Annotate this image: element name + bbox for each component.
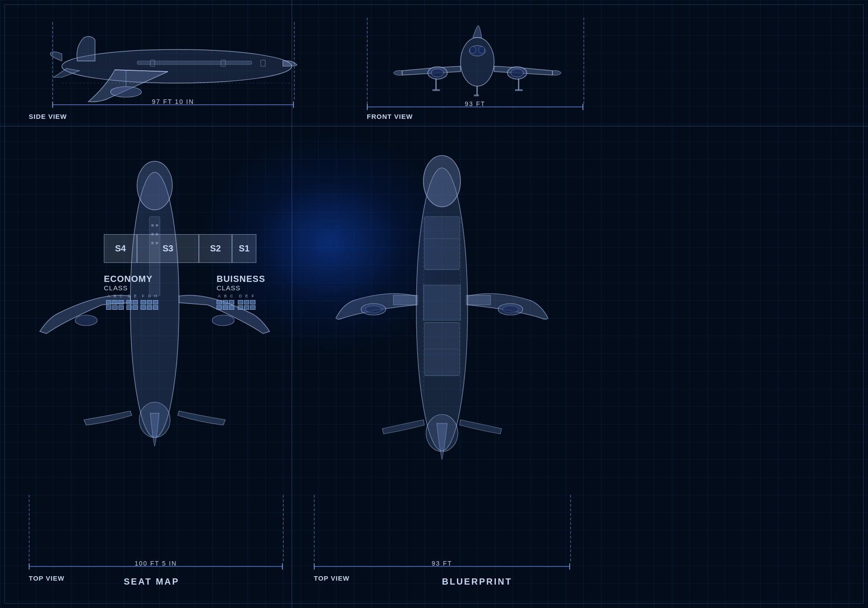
top-view-left-label: TOP VIEW: [29, 574, 65, 582]
top-view-right-airplane: [314, 128, 570, 490]
svg-point-23: [137, 161, 172, 210]
svg-rect-37: [393, 295, 418, 305]
blueprint-label: BLUERPRINT: [442, 577, 512, 587]
dashed-line-front-right: [583, 18, 584, 104]
svg-point-41: [365, 306, 381, 313]
seat-section-s1: S1: [232, 234, 256, 263]
svg-rect-18: [518, 79, 519, 90]
svg-point-25: [75, 315, 97, 326]
top-view-right-dimension-text: 93 FT: [432, 560, 453, 567]
svg-rect-38: [466, 295, 491, 305]
top-view-right-label: TOP VIEW: [314, 574, 350, 582]
svg-point-10: [470, 46, 476, 53]
svg-rect-20: [476, 86, 478, 95]
svg-point-35: [423, 156, 461, 207]
seat-map-label: SEAT MAP: [124, 577, 179, 587]
dashed-line-front-left: [367, 18, 368, 104]
svg-rect-52: [424, 323, 460, 376]
seat-section-s2: S2: [199, 234, 232, 263]
svg-point-31: [156, 224, 158, 227]
seat-section-s3: S3: [137, 234, 199, 263]
svg-point-11: [479, 46, 485, 53]
economy-main-label: ECONOMY: [104, 274, 152, 284]
side-view-dimension-text: 97 FT 10 IN: [152, 98, 194, 105]
economy-sub-label: CLASS: [104, 284, 152, 292]
front-view-label: FRONT VIEW: [367, 113, 413, 120]
business-sub-label: CLASS: [217, 284, 265, 292]
svg-rect-50: [423, 285, 461, 320]
svg-point-8: [461, 38, 494, 86]
top-view-left-dimension: 100 FT 5 IN: [29, 563, 283, 570]
seat-section-s4: S4: [104, 234, 137, 263]
dashed-line-topright-right: [570, 495, 571, 561]
front-view-dimension: 93 FT: [367, 104, 583, 110]
economy-seat-map: A B C D E F G: [106, 294, 158, 310]
side-view-label: SIDE VIEW: [29, 113, 67, 120]
svg-point-1: [110, 87, 141, 97]
top-view-right-dimension: 93 FT: [314, 563, 570, 570]
svg-rect-16: [435, 79, 437, 90]
business-main-label: BUISNESS: [217, 274, 265, 284]
svg-rect-3: [137, 61, 252, 65]
business-class-label: BUISNESS CLASS: [217, 274, 265, 292]
dashed-line-topleft-left: [29, 495, 30, 561]
svg-rect-19: [515, 89, 523, 91]
horizontal-divider-middle: [0, 126, 868, 126]
front-view-dimension-text: 93 FT: [465, 100, 486, 107]
economy-class-label: ECONOMY CLASS: [104, 274, 152, 292]
dashed-line-side-right: [294, 22, 295, 99]
top-view-left-dimension-text: 100 FT 5 IN: [135, 560, 177, 567]
business-seat-map: A B C D E F: [217, 294, 255, 310]
svg-rect-17: [432, 89, 440, 91]
svg-point-15: [511, 69, 523, 77]
dashed-line-topright-left: [314, 495, 315, 561]
svg-point-42: [503, 306, 518, 313]
svg-rect-21: [474, 95, 479, 96]
dashed-line-topleft-right: [283, 495, 284, 561]
svg-point-13: [431, 69, 444, 77]
svg-point-26: [212, 315, 234, 326]
side-view-dimension: 97 FT 10 IN: [52, 102, 294, 108]
svg-point-28: [151, 224, 154, 227]
dashed-line-side-left: [52, 22, 53, 99]
svg-rect-51: [424, 217, 460, 270]
svg-point-0: [62, 49, 292, 83]
